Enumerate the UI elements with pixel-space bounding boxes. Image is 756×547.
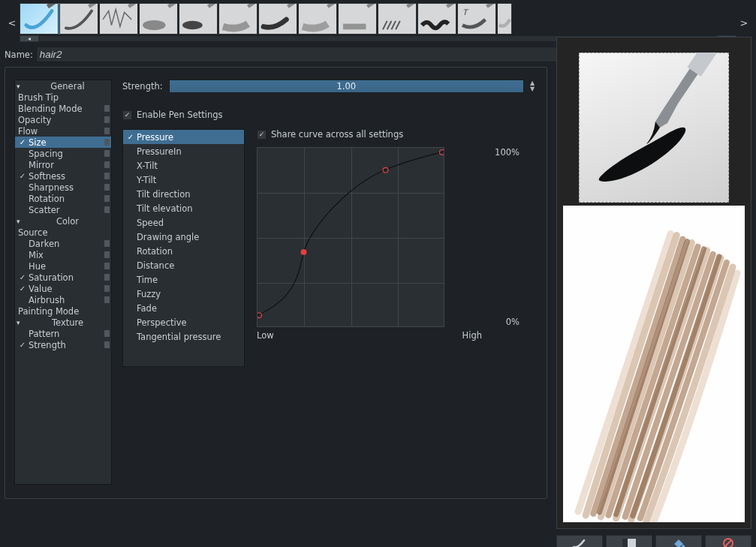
dynamics-item[interactable]: Speed xyxy=(123,215,244,230)
brush-thumb[interactable]: T xyxy=(457,3,496,35)
dynamics-item[interactable]: Fade xyxy=(123,301,244,315)
category-item[interactable]: Flow xyxy=(15,125,111,137)
brush-thumb[interactable] xyxy=(338,3,377,35)
dynamics-item[interactable]: Perspective xyxy=(123,315,244,329)
category-item[interactable]: Painting Mode xyxy=(15,305,111,317)
stroke-preview xyxy=(563,206,745,522)
share-curve-checkbox[interactable]: ✓ xyxy=(257,130,267,140)
category-item[interactable]: Mirror xyxy=(15,159,111,170)
dynamics-item[interactable]: Rotation xyxy=(123,244,244,258)
lock-icon xyxy=(104,240,110,247)
category-item[interactable]: Rotation xyxy=(15,193,111,204)
lock-icon xyxy=(104,206,110,213)
category-item[interactable]: Spacing xyxy=(15,148,111,159)
lock-icon xyxy=(104,285,110,292)
category-item[interactable]: Sharpness xyxy=(15,182,111,193)
svg-line-6 xyxy=(396,21,400,29)
brush-thumb[interactable] xyxy=(139,3,178,35)
category-header[interactable]: ▾General xyxy=(15,80,111,92)
enable-pen-label: Enable Pen Settings xyxy=(137,110,223,120)
lock-icon xyxy=(104,195,110,202)
brush-thumb[interactable] xyxy=(378,3,417,35)
brush-editor-panel: ▾GeneralBrush TipBlending ModeOpacityFlo… xyxy=(5,67,547,499)
category-item[interactable]: ✓Value xyxy=(15,283,111,294)
category-item[interactable]: ✓Softness xyxy=(15,170,111,182)
category-item[interactable]: Opacity xyxy=(15,114,111,125)
svg-rect-2 xyxy=(343,24,366,30)
brush-thumb[interactable] xyxy=(258,3,297,35)
brush-strip-prev[interactable]: < xyxy=(5,17,20,29)
dynamics-list: ✓PressurePressureInX-TiltY-TiltTilt dire… xyxy=(122,129,245,367)
dynamics-item[interactable]: Distance xyxy=(123,258,244,272)
lock-icon xyxy=(104,105,110,112)
preset-name-input[interactable] xyxy=(36,47,615,62)
preview-brush-button[interactable] xyxy=(556,535,603,547)
category-item[interactable]: Mix xyxy=(15,249,111,260)
svg-line-4 xyxy=(387,21,392,29)
lock-icon xyxy=(104,128,110,134)
strength-slider[interactable]: 1.00 xyxy=(169,80,524,93)
curve-low-label: Low xyxy=(257,330,274,341)
preview-fill-button[interactable] xyxy=(655,535,702,547)
category-item[interactable]: Blending Mode xyxy=(15,103,111,114)
brush-thumb[interactable] xyxy=(99,3,138,35)
preview-gradient-button[interactable] xyxy=(606,535,652,547)
category-item[interactable]: Pattern xyxy=(15,328,111,339)
brush-thumb[interactable] xyxy=(497,3,512,35)
category-item[interactable]: ✓Size xyxy=(15,137,111,148)
preview-clear-button[interactable] xyxy=(705,535,751,547)
lock-icon xyxy=(104,161,110,168)
category-item[interactable]: Airbrush xyxy=(15,294,111,305)
category-item[interactable]: Brush Tip xyxy=(15,92,111,103)
dynamics-item[interactable]: ✓Pressure xyxy=(123,130,244,144)
lock-icon xyxy=(104,330,110,337)
dynamics-item[interactable]: Time xyxy=(123,272,244,287)
brush-thumb[interactable] xyxy=(417,3,456,35)
share-curve-label: Share curve across all settings xyxy=(271,129,403,140)
category-item[interactable]: Darken xyxy=(15,238,111,249)
lock-icon xyxy=(104,251,110,258)
dynamics-item[interactable]: PressureIn xyxy=(123,144,244,158)
brush-thumb[interactable] xyxy=(298,3,337,35)
curve-high-label: High xyxy=(462,330,482,341)
category-item[interactable]: Source xyxy=(15,227,111,238)
dynamics-item[interactable]: X-Tilt xyxy=(123,158,244,173)
dynamics-item[interactable]: Y-Tilt xyxy=(123,173,244,187)
preview-panel xyxy=(556,37,751,529)
category-item[interactable]: Hue xyxy=(15,260,111,272)
dynamics-item[interactable]: Drawing angle xyxy=(123,230,244,244)
category-item[interactable]: ✓Strength xyxy=(15,339,111,350)
lock-icon xyxy=(104,139,110,146)
category-header[interactable]: ▾Color xyxy=(15,215,111,227)
svg-line-3 xyxy=(383,21,387,29)
curve-editor[interactable] xyxy=(257,147,444,327)
dynamics-item[interactable]: Fuzzy xyxy=(123,287,244,301)
svg-line-5 xyxy=(391,21,396,29)
category-item[interactable]: ✓Saturation xyxy=(15,272,111,283)
dynamics-item[interactable]: Tilt elevation xyxy=(123,201,244,215)
dynamics-item[interactable]: Tilt direction xyxy=(123,187,244,201)
svg-point-9 xyxy=(301,249,307,255)
lock-icon xyxy=(104,184,110,191)
category-item[interactable]: Scatter xyxy=(15,204,111,215)
category-header[interactable]: ▾Texture xyxy=(15,317,111,328)
curve-0-label: 0% xyxy=(489,317,520,327)
lock-icon xyxy=(104,116,110,123)
brush-thumb[interactable] xyxy=(59,3,98,35)
brush-strip-next[interactable]: > xyxy=(736,17,751,29)
brush-thumb[interactable] xyxy=(20,3,59,35)
strength-label: Strength: xyxy=(122,81,163,92)
brush-thumbnails: T xyxy=(20,3,736,35)
svg-line-17 xyxy=(725,540,731,546)
svg-text:T: T xyxy=(462,8,469,17)
enable-pen-checkbox[interactable]: ✓ xyxy=(122,110,132,120)
lock-icon xyxy=(104,173,110,179)
lock-icon xyxy=(104,341,110,348)
brush-thumb[interactable] xyxy=(179,3,218,35)
scrollbar-left[interactable]: ◂ xyxy=(20,35,39,42)
brush-thumb[interactable] xyxy=(218,3,258,35)
strength-spinner[interactable]: ▲▼ xyxy=(530,81,538,92)
dynamics-item[interactable]: Tangential pressure xyxy=(123,329,244,344)
curve-100-label: 100% xyxy=(489,147,520,158)
lock-icon xyxy=(104,296,110,303)
